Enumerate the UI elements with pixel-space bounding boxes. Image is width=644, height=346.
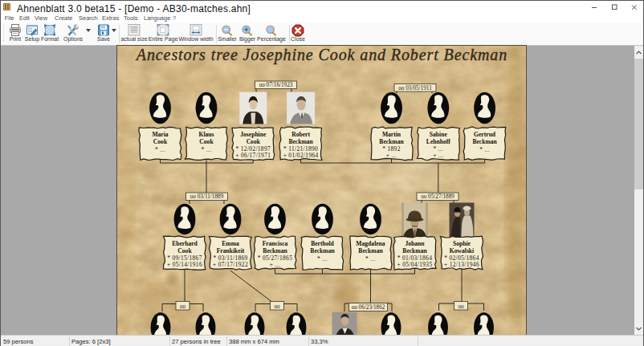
svg-text:+ 05/14/1916: + 05/14/1916 [167,261,202,268]
svg-text:oo 06/23/1862: oo 06/23/1862 [352,304,385,311]
svg-text:Cook: Cook [153,138,168,145]
svg-text:Beckman: Beckman [379,138,404,145]
svg-text:Ancestors tree Josephine Cook: Ancestors tree Josephine Cook and Robert… [135,46,507,64]
svg-text:oo: oo [458,303,464,310]
svg-text:+ ...: + ... [386,152,397,159]
svg-text:oo 05/27/1889: oo 05/27/1889 [421,193,454,200]
svg-text:oo: oo [180,303,186,310]
svg-text:Lehnhoff: Lehnhoff [426,138,450,145]
svg-text:Cook: Cook [177,247,192,254]
svg-text:* ...: * ... [365,255,376,263]
svg-text:oo 03/11/1889: oo 03/11/1889 [190,193,224,200]
svg-text:Beckman: Beckman [358,247,383,254]
svg-text:* ...: * ... [202,146,212,153]
svg-text:Beckman: Beckman [263,247,287,254]
svg-text:* ...: * ... [479,146,490,153]
svg-text:Sophie: Sophie [453,240,471,247]
svg-text:Klaus: Klaus [199,131,214,138]
svg-text:+ ...: + ... [433,152,443,159]
svg-text:+ 01/02/1964: + 01/02/1964 [283,152,319,159]
svg-text:* ...: * ... [155,146,165,153]
svg-text:Beckman: Beckman [288,138,313,145]
svg-text:* ...: * ... [317,255,328,263]
svg-text:Emma: Emma [222,240,239,247]
svg-text:Francisca: Francisca [263,240,288,247]
svg-text:Berthold: Berthold [311,240,334,247]
svg-text:+ 12/13/1946: + 12/13/1946 [444,261,479,268]
svg-text:oo: oo [274,303,280,310]
svg-text:Beckman: Beckman [402,247,427,254]
svg-text:Beckman: Beckman [310,247,335,254]
svg-text:+ 05/04/1935: + 05/04/1935 [397,261,433,268]
svg-text:Magdalena: Magdalena [356,240,385,247]
svg-text:Martin: Martin [382,131,401,138]
svg-text:Beckman: Beckman [472,138,497,145]
svg-text:Cook: Cook [247,138,261,145]
svg-text:Kowalski: Kowalski [450,247,474,254]
svg-text:oo 07/16/1923: oo 07/16/1923 [259,82,293,88]
svg-text:+ 07/17/1922: + 07/17/1922 [213,261,248,268]
svg-text:Gertrud: Gertrud [474,131,496,138]
svg-text:Sabine: Sabine [430,131,448,138]
svg-text:+ 06/17/1971: + 06/17/1971 [235,152,271,159]
svg-text:Johann: Johann [405,240,425,247]
svg-text:Robert: Robert [291,131,310,138]
svg-text:Frankikeit: Frankikeit [217,247,245,254]
svg-text:+ ...: + ... [270,261,280,268]
svg-text:oo 03/05/1911: oo 03/05/1911 [398,85,432,92]
svg-text:Cook: Cook [199,138,214,145]
svg-text:Josephine: Josephine [240,131,267,138]
svg-text:Maria: Maria [152,131,168,138]
svg-text:Eberhard: Eberhard [172,240,198,247]
